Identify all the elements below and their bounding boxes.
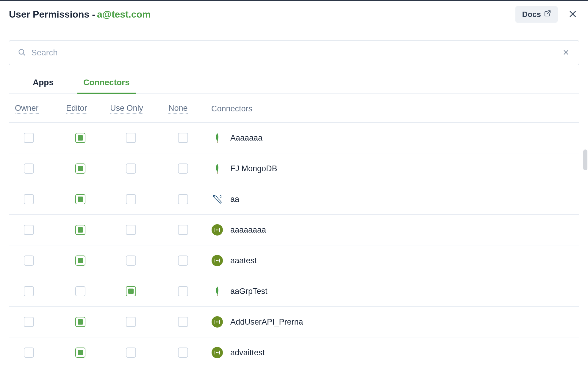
modal-title: User Permissions - a@test.com [9,9,151,20]
none-checkbox[interactable] [178,317,188,327]
close-button[interactable] [567,8,579,21]
col-connectors-header: Connectors [211,104,252,113]
connector-name: aaatest [230,256,257,265]
owner-checkbox[interactable] [24,317,34,327]
useonly-checkbox[interactable] [126,163,136,174]
search-icon [18,48,26,57]
connector-type-icon [211,285,223,297]
title-email: a@test.com [97,9,151,20]
owner-checkbox[interactable] [24,194,34,204]
search-bar [9,40,579,65]
modal-header: User Permissions - a@test.com Docs [0,1,588,28]
editor-checkbox[interactable] [75,225,85,235]
col-none-header[interactable]: None [168,104,188,114]
none-checkbox[interactable] [178,225,188,235]
connector-type-icon [211,316,223,328]
table-row: FJ MongoDB [9,153,579,184]
table-row: aa [9,184,579,215]
useonly-checkbox[interactable] [126,348,136,358]
modal-body: AppsConnectors Owner Editor Use Only Non… [0,28,588,368]
connector-name: advaittest [230,348,265,357]
permissions-table: Owner Editor Use Only None Connectors Aa… [9,104,579,368]
table-row: aaaaaaaa [9,215,579,245]
editor-checkbox[interactable] [75,348,85,358]
connector-type-icon [211,132,223,144]
owner-checkbox[interactable] [24,133,34,143]
owner-checkbox[interactable] [24,348,34,358]
connector-name: aa [230,195,239,204]
connector-name: FJ MongoDB [230,164,277,173]
table-row: AddUserAPI_Prerna [9,307,579,337]
none-checkbox[interactable] [178,133,188,143]
connector-type-icon [211,193,223,205]
owner-checkbox[interactable] [24,256,34,266]
connector-name: aaaaaaaa [230,225,266,235]
table-row: advaittest [9,337,579,368]
connector-name: aaGrpTest [230,287,268,296]
header-actions: Docs [515,6,579,23]
editor-checkbox[interactable] [75,194,85,204]
svg-line-0 [547,11,550,14]
none-checkbox[interactable] [178,256,188,266]
none-checkbox[interactable] [178,286,188,296]
editor-checkbox[interactable] [75,256,85,266]
owner-checkbox[interactable] [24,163,34,174]
col-useonly-header[interactable]: Use Only [110,104,143,114]
table-header: Owner Editor Use Only None Connectors [9,104,579,123]
col-editor-header[interactable]: Editor [66,104,87,114]
external-link-icon [544,10,551,19]
svg-line-4 [23,54,25,55]
table-row: aaGrpTest [9,276,579,307]
editor-checkbox[interactable] [75,317,85,327]
connector-type-icon [211,255,223,267]
editor-checkbox[interactable] [75,163,85,174]
editor-checkbox[interactable] [75,286,85,296]
useonly-checkbox[interactable] [126,194,136,204]
none-checkbox[interactable] [178,163,188,174]
none-checkbox[interactable] [178,348,188,358]
useonly-checkbox[interactable] [126,317,136,327]
connector-name: AddUserAPI_Prerna [230,317,303,327]
tab-apps[interactable]: Apps [27,74,60,94]
docs-button[interactable]: Docs [515,6,558,23]
table-row: Aaaaaaa [9,123,579,153]
useonly-checkbox[interactable] [126,225,136,235]
title-prefix: User Permissions - [9,9,95,20]
scrollbar-thumb[interactable] [583,149,587,170]
search-input[interactable] [31,48,562,57]
table-row: aaatest [9,245,579,276]
connector-type-icon [211,347,223,359]
search-clear-button[interactable] [562,48,570,58]
none-checkbox[interactable] [178,194,188,204]
tabs: AppsConnectors [9,74,579,94]
owner-checkbox[interactable] [24,225,34,235]
useonly-checkbox[interactable] [126,133,136,143]
editor-checkbox[interactable] [75,133,85,143]
connector-name: Aaaaaaa [230,133,262,143]
owner-checkbox[interactable] [24,286,34,296]
clear-icon [563,52,569,57]
tab-connectors[interactable]: Connectors [77,74,136,94]
connector-type-icon [211,224,223,236]
col-owner-header[interactable]: Owner [15,104,39,114]
connector-type-icon [211,163,223,175]
docs-label: Docs [522,10,541,19]
close-icon [568,15,577,19]
useonly-checkbox[interactable] [126,256,136,266]
useonly-checkbox[interactable] [126,286,136,296]
